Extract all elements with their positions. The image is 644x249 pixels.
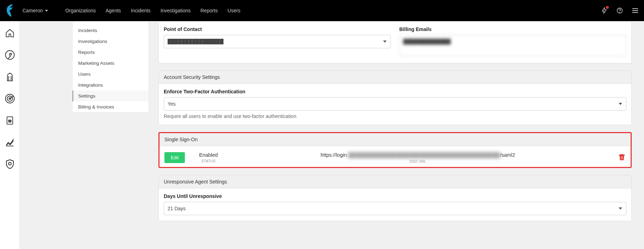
nav-organizations[interactable]: Organizations (65, 8, 96, 13)
trash-icon (618, 153, 626, 161)
twofa-label: Enforce Two-Factor Authentication (164, 89, 626, 94)
sidebar-item-reports[interactable]: Reports (73, 47, 149, 58)
notification-dot (606, 6, 609, 9)
shield-gear-icon[interactable] (4, 158, 15, 170)
svg-rect-17 (621, 154, 623, 155)
top-navbar: Cameron Organizations Agents Incidents I… (0, 0, 644, 21)
sso-url-block: https://login.██████████████████████████… (232, 152, 604, 163)
user-dropdown[interactable]: Cameron (23, 8, 48, 13)
sidebar-item-incidents[interactable]: Incidents (73, 25, 149, 36)
twofa-help-text: Require all users to enable and use two-… (164, 113, 626, 119)
main-content: Point of Contact ████████████████ Billin… (158, 21, 637, 249)
svg-rect-20 (622, 156, 623, 159)
nav-agents[interactable]: Agents (106, 8, 121, 13)
twofa-select[interactable]: Yes (164, 97, 626, 111)
poc-select[interactable]: ████████████████ (164, 35, 391, 48)
sso-status-value: Enabled (199, 152, 218, 158)
svg-point-5 (5, 51, 14, 60)
sso-edit-button[interactable]: Edit (164, 152, 185, 163)
sso-status-label: STATUS (199, 159, 218, 163)
poc-label: Point of Contact (164, 26, 391, 32)
birdcage-icon[interactable] (4, 71, 15, 82)
help-button[interactable] (616, 7, 624, 14)
sso-url-value: https://login.██████████████████████████… (321, 152, 515, 158)
key-icon[interactable] (4, 49, 15, 61)
radar-icon[interactable] (4, 93, 15, 104)
svg-rect-18 (619, 155, 625, 155)
sidebar-item-investigations[interactable]: Investigations (73, 36, 149, 47)
topbar-right (600, 7, 639, 14)
sidebar-item-integrations[interactable]: Integrations (73, 80, 149, 91)
sidebar-item-settings[interactable]: Settings (73, 91, 149, 101)
sso-url-label: SSO URL (232, 160, 604, 163)
sso-panel-header: Single Sign-On (160, 133, 631, 146)
document-icon[interactable] (4, 115, 15, 126)
nav-reports[interactable]: Reports (200, 8, 218, 13)
menu-button[interactable] (631, 7, 639, 14)
nav-links: Organizations Agents Incidents Investiga… (65, 8, 240, 13)
nav-investigations[interactable]: Investigations (161, 8, 191, 13)
notifications-button[interactable] (600, 7, 608, 14)
unresponsive-panel: Unresponsive Agent Settings Days Until U… (158, 175, 632, 221)
caret-down-icon (45, 10, 48, 12)
svg-point-1 (620, 12, 620, 13)
svg-rect-19 (621, 156, 621, 159)
slim-sidebar (0, 21, 20, 249)
sidebar-item-billing[interactable]: Billing & Invoices (73, 101, 149, 112)
chart-icon[interactable] (4, 137, 15, 148)
days-select[interactable]: 21 Days (164, 202, 626, 215)
nav-users[interactable]: Users (227, 8, 240, 13)
user-name: Cameron (23, 8, 43, 13)
sso-delete-button[interactable] (618, 153, 626, 162)
settings-side-menu: Incidents Investigations Reports Marketi… (72, 21, 149, 113)
unresponsive-panel-header: Unresponsive Agent Settings (159, 175, 631, 188)
security-panel: Account Security Settings Enforce Two-Fa… (158, 70, 632, 125)
svg-point-6 (11, 54, 12, 55)
sidebar-item-users[interactable]: Users (73, 69, 149, 80)
sso-panel: Single Sign-On Edit Enabled STATUS https… (158, 132, 632, 168)
billing-emails-label: Billing Emails (399, 26, 626, 32)
svg-point-16 (8, 162, 11, 165)
sidebar-item-marketing-assets[interactable]: Marketing Assets (73, 58, 149, 69)
home-icon[interactable] (4, 27, 15, 39)
security-panel-header: Account Security Settings (159, 71, 631, 84)
app-logo[interactable] (5, 3, 18, 18)
billing-emails-input[interactable]: ████████████████ (399, 35, 626, 56)
days-label: Days Until Unresponsive (164, 193, 626, 199)
nav-incidents[interactable]: Incidents (131, 8, 151, 13)
sso-status-block: Enabled STATUS (199, 152, 218, 163)
contact-panel: Point of Contact ████████████████ Billin… (158, 21, 632, 63)
